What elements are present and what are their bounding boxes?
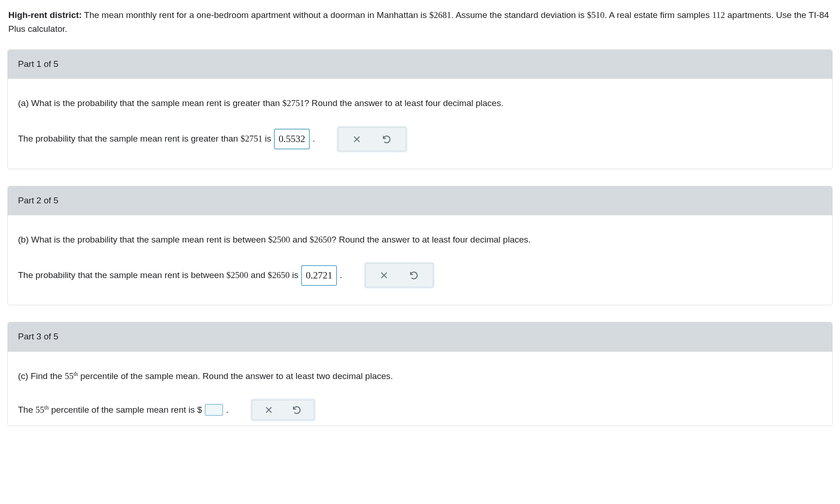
a1-prefix: The probability that the sample mean ren… — [18, 134, 241, 143]
part-3-actions — [252, 400, 314, 420]
intro-mean: $2681 — [429, 10, 451, 20]
answer-input-1[interactable]: 0.5532 — [274, 129, 310, 150]
answer-input-3[interactable] — [205, 404, 223, 416]
problem-intro: High-rent district: The mean monthly ren… — [0, 0, 840, 41]
a3-sup: th — [44, 404, 49, 411]
part-2-panel: Part 2 of 5 (b) What is the probability … — [7, 186, 833, 306]
a3-prefix: The — [18, 405, 35, 415]
intro-n: 112 — [712, 10, 725, 20]
part-1-question: (a) What is the probability that the sam… — [18, 96, 822, 110]
answer-input-2[interactable]: 0.2721 — [301, 265, 337, 286]
q3-suffix: percentile of the sample mean. Round the… — [78, 371, 393, 381]
a1-suffix: . — [313, 132, 315, 146]
a2-suffix: . — [340, 268, 342, 282]
intro-text-1: The mean monthly rent for a one-bedroom … — [82, 10, 429, 20]
part-1-header: Part 1 of 5 — [8, 50, 832, 79]
part-1-answer-line: The probability that the sample mean ren… — [18, 127, 822, 151]
a3-suffix: . — [226, 403, 228, 417]
a2-v1: $2500 — [226, 270, 248, 280]
q2-mid: and — [290, 235, 309, 244]
q3-prefix: (c) Find the — [18, 371, 65, 381]
part-1-body: (a) What is the probability that the sam… — [8, 79, 832, 168]
part-3-panel: Part 3 of 5 (c) Find the 55th percentile… — [7, 322, 833, 426]
reset-icon[interactable] — [382, 134, 392, 144]
a1-mid: is — [262, 134, 271, 143]
q2-suffix: ? Round the answer to at least four deci… — [331, 235, 531, 244]
intro-title: High-rent district: — [8, 10, 82, 20]
intro-text-2: . Assume the standard deviation is — [451, 10, 587, 20]
part-1-panel: Part 1 of 5 (a) What is the probability … — [7, 49, 833, 169]
intro-text-3: . A real estate firm samples — [604, 10, 712, 20]
q1-prefix: (a) What is the probability that the sam… — [18, 98, 282, 108]
q2-prefix: (b) What is the probability that the sam… — [18, 235, 268, 244]
a2-mid1: and — [248, 270, 268, 280]
part-2-body: (b) What is the probability that the sam… — [8, 215, 832, 305]
q1-value: $2751 — [282, 98, 304, 108]
part-3-answer-line: The 55th percentile of the sample mean r… — [18, 400, 822, 420]
a1-value: $2751 — [241, 134, 263, 143]
a2-v2: $2650 — [268, 270, 290, 280]
part-2-header: Part 2 of 5 — [8, 186, 832, 215]
clear-icon[interactable] — [264, 405, 273, 415]
part-3-question: (c) Find the 55th percentile of the samp… — [18, 369, 822, 383]
reset-icon[interactable] — [409, 270, 419, 280]
clear-icon[interactable] — [352, 135, 361, 144]
q2-v2: $2650 — [310, 235, 332, 244]
part-1-actions — [338, 127, 406, 151]
part-2-answer-line: The probability that the sample mean ren… — [18, 263, 822, 287]
part-3-header: Part 3 of 5 — [8, 322, 832, 351]
a3-pct: 55 — [35, 405, 44, 415]
q3-sup: th — [73, 370, 78, 377]
intro-sd: $510 — [587, 10, 604, 20]
q1-suffix: ? Round the answer to at least four deci… — [304, 98, 503, 108]
a2-mid2: is — [290, 270, 298, 280]
q3-pct: 55 — [65, 371, 73, 381]
a2-prefix: The probability that the sample mean ren… — [18, 270, 226, 280]
part-2-question: (b) What is the probability that the sam… — [18, 233, 822, 247]
q2-v1: $2500 — [268, 235, 290, 244]
part-2-actions — [365, 263, 433, 287]
clear-icon[interactable] — [379, 271, 389, 280]
reset-icon[interactable] — [292, 405, 302, 415]
a3-mid: percentile of the sample mean rent is $ — [49, 405, 202, 415]
part-3-body: (c) Find the 55th percentile of the samp… — [8, 352, 832, 426]
